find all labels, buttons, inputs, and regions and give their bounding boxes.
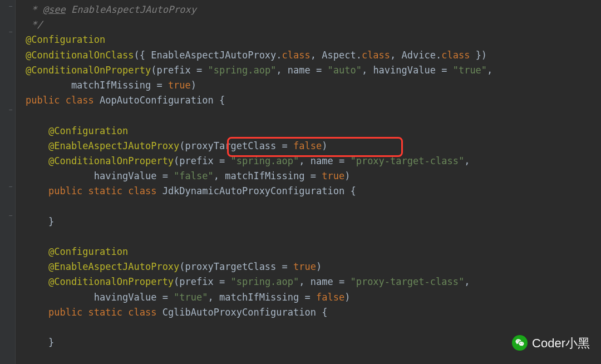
annotation-conditionalonclass: @ConditionalOnClass({ EnableAspectJAutoP…	[26, 50, 487, 61]
close-brace: }	[26, 337, 54, 348]
fold-toggle-icon[interactable]: −	[9, 29, 15, 35]
annotation-configuration-inner1: @Configuration	[26, 125, 128, 136]
fold-toggle-icon[interactable]: −	[9, 107, 15, 113]
class-declaration: public class AopAutoConfiguration {	[26, 95, 225, 106]
annotation-conditionalonproperty-1: @ConditionalOnProperty(prefix = "spring.…	[26, 155, 470, 166]
javadoc-end: */	[26, 19, 43, 30]
fold-toggle-icon[interactable]: −	[9, 3, 15, 9]
annotation-configuration-inner2: @Configuration	[26, 246, 128, 257]
fold-toggle-icon[interactable]: −	[9, 184, 15, 190]
annotation-continuation: matchIfMissing = true)	[26, 80, 196, 91]
annotation-enableaspectj-1: @EnableAspectJAutoProxy(proxyTargetClass…	[26, 140, 327, 151]
javadoc-line: * @see EnableAspectJAutoProxy	[26, 4, 196, 15]
annotation-continuation-1: havingValue = "false", matchIfMissing = …	[26, 170, 350, 181]
wechat-icon	[512, 335, 528, 351]
watermark: Coder小黑	[512, 333, 590, 353]
annotation-continuation-2: havingValue = "true", matchIfMissing = f…	[26, 292, 350, 303]
annotation-conditionalonproperty-2: @ConditionalOnProperty(prefix = "spring.…	[26, 276, 470, 287]
fold-toggle-icon[interactable]: −	[9, 213, 15, 219]
code-content: * @see EnableAspectJAutoProxy */ @Config…	[26, 2, 598, 364]
editor-gutter: − − − − −	[0, 0, 16, 364]
close-brace: }	[26, 216, 54, 227]
inner-class-jdk: public static class JdkDynamicAutoProxyC…	[26, 185, 356, 196]
annotation-configuration: @Configuration	[26, 34, 105, 45]
watermark-text: Coder小黑	[532, 333, 590, 353]
annotation-enableaspectj-2: @EnableAspectJAutoProxy(proxyTargetClass…	[26, 261, 322, 272]
annotation-conditionalonproperty: @ConditionalOnProperty(prefix = "spring.…	[26, 65, 492, 76]
code-editor[interactable]: * @see EnableAspectJAutoProxy */ @Config…	[16, 0, 601, 364]
inner-class-cglib: public static class CglibAutoProxyConfig…	[26, 307, 327, 318]
